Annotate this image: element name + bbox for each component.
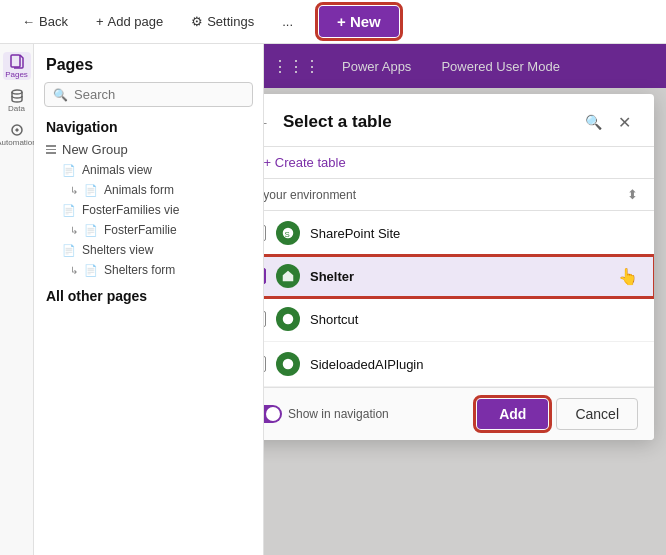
new-button[interactable]: + New <box>319 6 399 37</box>
table-icon-shelter <box>276 264 300 288</box>
close-icon: ✕ <box>618 113 631 132</box>
table-icon-sideloaded <box>276 352 300 376</box>
table-name-sharepoint: SharePoint Site <box>310 226 400 241</box>
dialog-search-icon[interactable]: 🔍 <box>585 114 602 130</box>
automation-sidebar-label: Automation <box>0 138 37 147</box>
show-in-navigation-area: Show in navigation <box>264 405 469 423</box>
list-item[interactable]: 📄 Animals view <box>34 160 263 180</box>
page-icon: 📄 <box>84 184 98 197</box>
sort-icon[interactable]: ⬍ <box>627 187 638 202</box>
create-table-link[interactable]: + + Create table <box>264 147 654 179</box>
svg-point-1 <box>12 90 22 94</box>
list-item[interactable]: ↳ 📄 Shelters form <box>34 260 263 280</box>
select-table-dialog: ← Select a table 🔍 ✕ + + Create table I <box>264 94 654 440</box>
list-item[interactable]: 📄 Shelters view <box>34 240 263 260</box>
add-page-button[interactable]: + Add page <box>86 10 173 33</box>
shelters-form-label: Shelters form <box>104 263 175 277</box>
table-row[interactable]: SideloadedAIPlugin <box>264 342 654 387</box>
pages-panel: Pages 🔍 Navigation New Group 📄 Animals v… <box>34 44 264 555</box>
dialog-title-area: ← Select a table <box>264 112 392 132</box>
navigation-section-title: Navigation <box>34 115 263 139</box>
foster-families-view-label: FosterFamilies vie <box>82 203 179 217</box>
list-icon <box>46 145 56 154</box>
shelters-view-label: Shelters view <box>82 243 153 257</box>
list-item[interactable]: 📄 FosterFamilies vie <box>34 200 263 220</box>
search-box[interactable]: 🔍 <box>44 82 253 107</box>
settings-button[interactable]: ⚙ Settings <box>181 10 264 33</box>
new-group-text: New Group <box>62 142 128 157</box>
table-name-shelter: Shelter <box>310 269 354 284</box>
table-check-sideloaded[interactable] <box>264 356 266 372</box>
more-label: ... <box>282 14 293 29</box>
sub-icon: ↳ <box>70 185 78 196</box>
content-area: ⋮⋮⋮ Power Apps Powered User Mode ← Selec… <box>264 44 666 555</box>
animals-view-label: Animals view <box>82 163 152 177</box>
foster-families-label: FosterFamilie <box>104 223 177 237</box>
environment-label: In your environment <box>264 188 356 202</box>
dialog-header: ← Select a table 🔍 ✕ <box>264 94 654 147</box>
show-nav-toggle[interactable] <box>264 405 282 423</box>
back-button[interactable]: ← Back <box>12 10 78 33</box>
table-check-shelter[interactable] <box>264 268 266 284</box>
top-bar: ← Back + Add page ⚙ Settings ... + New <box>0 0 666 44</box>
sidebar-item-data[interactable]: Data <box>3 86 31 114</box>
environment-row: In your environment ⬍ <box>264 179 654 211</box>
table-name-sideloaded: SideloadedAIPlugin <box>310 357 423 372</box>
add-page-label: Add page <box>108 14 164 29</box>
back-arrow-icon: ← <box>22 14 35 29</box>
search-icon: 🔍 <box>53 88 68 102</box>
list-item[interactable]: ↳ 📄 Animals form <box>34 180 263 200</box>
svg-point-6 <box>283 359 294 370</box>
add-label: Add <box>499 406 526 422</box>
page-icon: 📄 <box>84 224 98 237</box>
pages-sidebar-label: Pages <box>5 70 28 79</box>
back-label: Back <box>39 14 68 29</box>
more-button[interactable]: ... <box>272 10 303 33</box>
sub-icon: ↳ <box>70 225 78 236</box>
table-list: S SharePoint Site Shelter 👆 <box>264 211 654 387</box>
main-layout: Pages Data Automation Pages 🔍 Navigation <box>0 44 666 555</box>
add-button[interactable]: Add <box>477 399 548 429</box>
plus-icon: + <box>96 14 104 29</box>
create-table-label: + Create table <box>264 155 346 170</box>
settings-label: Settings <box>207 14 254 29</box>
gear-icon: ⚙ <box>191 14 203 29</box>
svg-rect-0 <box>11 55 20 67</box>
table-check-sharepoint[interactable] <box>264 225 266 241</box>
dialog-back-button[interactable]: ← <box>264 113 275 132</box>
sidebar-item-pages[interactable]: Pages <box>3 52 31 80</box>
new-label: + New <box>337 13 381 30</box>
sub-icon: ↳ <box>70 265 78 276</box>
cancel-label: Cancel <box>575 406 619 422</box>
dialog-back-icon: ← <box>264 115 269 130</box>
svg-text:S: S <box>285 230 290 239</box>
all-other-pages-section: All other pages <box>34 280 263 308</box>
dialog-close-button[interactable]: ✕ <box>610 108 638 136</box>
table-name-shortcut: Shortcut <box>310 312 358 327</box>
table-row[interactable]: S SharePoint Site <box>264 211 654 256</box>
table-row-shelter[interactable]: Shelter 👆 <box>264 256 654 297</box>
pages-title: Pages <box>34 52 263 82</box>
data-sidebar-label: Data <box>8 104 25 113</box>
svg-point-5 <box>283 314 294 325</box>
animals-form-label: Animals form <box>104 183 174 197</box>
sidebar-item-automation[interactable]: Automation <box>3 120 31 148</box>
show-nav-label: Show in navigation <box>288 407 389 421</box>
table-row[interactable]: Shortcut <box>264 297 654 342</box>
cursor-icon: 👆 <box>618 267 638 286</box>
list-item[interactable]: ↳ 📄 FosterFamilie <box>34 220 263 240</box>
cancel-button[interactable]: Cancel <box>556 398 638 430</box>
dialog-footer: Show in navigation Add Cancel <box>264 387 654 440</box>
dialog-title: Select a table <box>283 112 392 132</box>
page-icon: 📄 <box>62 204 76 217</box>
table-check-shortcut[interactable] <box>264 311 266 327</box>
table-icon-shortcut <box>276 307 300 331</box>
page-icon: 📄 <box>84 264 98 277</box>
new-group-label[interactable]: New Group <box>34 139 263 160</box>
table-icon-sharepoint: S <box>276 221 300 245</box>
page-icon: 📄 <box>62 164 76 177</box>
search-input[interactable] <box>74 87 244 102</box>
page-icon: 📄 <box>62 244 76 257</box>
sidebar: Pages Data Automation <box>0 44 34 555</box>
